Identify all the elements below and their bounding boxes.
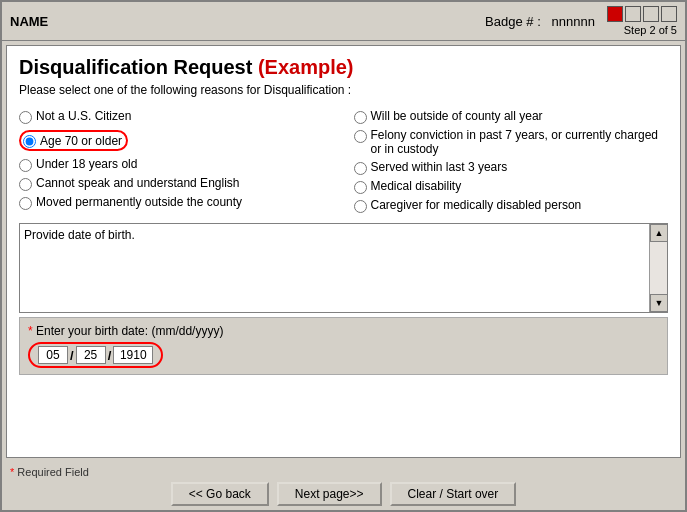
radio-felony[interactable] xyxy=(354,130,367,143)
reason-medical: Medical disability xyxy=(354,177,669,196)
required-label: Required Field xyxy=(17,466,89,478)
birthdate-label-text: Enter your birth date: (mm/dd/yyyy) xyxy=(36,324,223,338)
radio-outside-county[interactable] xyxy=(354,111,367,124)
reason-caregiver: Caregiver for medically disabled person xyxy=(354,196,669,215)
scroll-track xyxy=(650,242,667,294)
reasons-grid: Not a U.S. Citizen Age 70 or older Under… xyxy=(19,107,668,215)
required-note: * Required Field xyxy=(10,466,677,478)
step-indicator: Step 2 of 5 xyxy=(607,6,677,36)
reason-language: Cannot speak and understand English xyxy=(19,174,334,193)
title-bar: NAME Badge # : nnnnnn Step 2 of 5 xyxy=(2,2,685,41)
label-caregiver: Caregiver for medically disabled person xyxy=(371,198,582,212)
clear-button[interactable]: Clear / Start over xyxy=(390,482,517,506)
page-title-text: Disqualification Request xyxy=(19,56,252,78)
label-outside-county: Will be outside of county all year xyxy=(371,109,543,123)
label-moved: Moved permanently outside the county xyxy=(36,195,242,209)
birthdate-inputs: / / xyxy=(28,342,163,368)
radio-age70[interactable] xyxy=(23,135,36,148)
reason-served: Served within last 3 years xyxy=(354,158,669,177)
radio-under18[interactable] xyxy=(19,159,32,172)
reason-moved: Moved permanently outside the county xyxy=(19,193,334,212)
step-box-4 xyxy=(661,6,677,22)
step-box-1 xyxy=(607,6,623,22)
label-not-citizen: Not a U.S. Citizen xyxy=(36,109,131,123)
left-column: Not a U.S. Citizen Age 70 or older Under… xyxy=(19,107,334,215)
radio-moved[interactable] xyxy=(19,197,32,210)
header-right: Badge # : nnnnnn Step 2 of 5 xyxy=(485,6,677,36)
scroll-up-btn[interactable]: ▲ xyxy=(650,224,668,242)
step-text: Step 2 of 5 xyxy=(624,24,677,36)
sep-1: / xyxy=(70,348,74,363)
scroll-down-btn[interactable]: ▼ xyxy=(650,294,668,312)
content-area: Disqualification Request (Example) Pleas… xyxy=(6,45,681,458)
right-column: Will be outside of county all year Felon… xyxy=(354,107,669,215)
birth-year-input[interactable] xyxy=(113,346,153,364)
textarea-wrapper: Provide date of birth. ▲ ▼ xyxy=(19,223,668,313)
required-asterisk: * xyxy=(28,324,33,338)
scrollbar: ▲ ▼ xyxy=(649,224,667,312)
page-title: Disqualification Request (Example) xyxy=(19,56,668,79)
button-row: << Go back Next page>> Clear / Start ove… xyxy=(10,482,677,506)
birthdate-section: * Enter your birth date: (mm/dd/yyyy) / … xyxy=(19,317,668,375)
radio-medical[interactable] xyxy=(354,181,367,194)
sep-2: / xyxy=(108,348,112,363)
badge-info: Badge # : nnnnnn xyxy=(485,14,595,29)
birthdate-label: * Enter your birth date: (mm/dd/yyyy) xyxy=(28,324,659,338)
birth-month-input[interactable] xyxy=(38,346,68,364)
reason-under18: Under 18 years old xyxy=(19,155,334,174)
reason-outside-county: Will be outside of county all year xyxy=(354,107,669,126)
radio-caregiver[interactable] xyxy=(354,200,367,213)
bottom-bar: * Required Field << Go back Next page>> … xyxy=(2,462,685,510)
label-under18: Under 18 years old xyxy=(36,157,137,171)
main-window: NAME Badge # : nnnnnn Step 2 of 5 Disqua… xyxy=(0,0,687,512)
step-boxes xyxy=(607,6,677,22)
example-label: (Example) xyxy=(258,56,354,78)
subtitle: Please select one of the following reaso… xyxy=(19,83,668,97)
reason-age70: Age 70 or older xyxy=(19,128,334,153)
badge-value: nnnnnn xyxy=(552,14,595,29)
badge-label: Badge # : xyxy=(485,14,541,29)
next-page-button[interactable]: Next page>> xyxy=(277,482,382,506)
reason-not-citizen: Not a U.S. Citizen xyxy=(19,107,334,126)
label-medical: Medical disability xyxy=(371,179,462,193)
label-served: Served within last 3 years xyxy=(371,160,508,174)
label-language: Cannot speak and understand English xyxy=(36,176,239,190)
label-felony: Felony conviction in past 7 years, or cu… xyxy=(371,128,669,156)
age70-circle: Age 70 or older xyxy=(19,130,128,151)
go-back-button[interactable]: << Go back xyxy=(171,482,269,506)
footer-asterisk: * xyxy=(10,466,14,478)
name-label: NAME xyxy=(10,14,48,29)
radio-not-citizen[interactable] xyxy=(19,111,32,124)
description-textarea[interactable]: Provide date of birth. xyxy=(20,224,649,312)
radio-served[interactable] xyxy=(354,162,367,175)
label-age70: Age 70 or older xyxy=(40,134,122,148)
birth-day-input[interactable] xyxy=(76,346,106,364)
radio-language[interactable] xyxy=(19,178,32,191)
step-box-3 xyxy=(643,6,659,22)
step-box-2 xyxy=(625,6,641,22)
reason-felony: Felony conviction in past 7 years, or cu… xyxy=(354,126,669,158)
